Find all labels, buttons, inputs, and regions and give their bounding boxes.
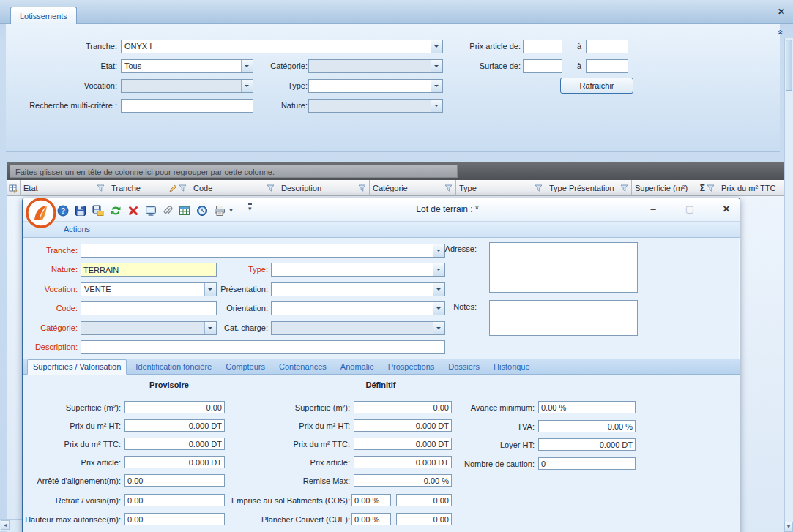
column-header-tranche[interactable]: Tranche [108, 180, 190, 196]
field-label: Prix du m² TTC: [198, 440, 350, 449]
nature-filter-combo[interactable] [308, 99, 443, 113]
type-filter-combo[interactable] [308, 79, 443, 93]
attachment-icon[interactable] [161, 204, 174, 217]
column-header-code[interactable]: Code [190, 180, 278, 196]
row-indicator-header[interactable] [7, 180, 21, 196]
grid-column-headers: Etat Tranche Code Description Catégorie … [7, 180, 784, 196]
column-header-prix-m2-ttc[interactable]: Prix du m² TTC [718, 180, 784, 196]
tab-contenances[interactable]: Contenances [274, 360, 332, 374]
save-icon[interactable] [74, 204, 87, 217]
column-header-etat[interactable]: Etat [21, 180, 108, 196]
help-icon[interactable]: ? [56, 204, 70, 217]
filter-icon[interactable] [620, 184, 628, 192]
column-header-description[interactable]: Description [278, 180, 370, 196]
filter-panel: Tranche: ONYX I Etat: Tous Vocation: Rec… [6, 24, 780, 152]
column-header-categorie[interactable]: Catégorie [370, 180, 456, 196]
column-label: Description [281, 184, 358, 192]
dialog-tabstrip: Superficies / Valorisation Identificatio… [23, 359, 740, 375]
tab-prospections[interactable]: Prospections [383, 360, 440, 374]
surface-max-input[interactable] [586, 59, 628, 73]
column-header-superficie[interactable]: Superficie (m²) Σ [632, 180, 718, 196]
cuf-value-input[interactable] [396, 513, 452, 525]
history-icon[interactable] [196, 204, 209, 217]
screen-icon[interactable] [144, 204, 157, 217]
minimize-icon[interactable]: – [644, 202, 663, 217]
export-grid-icon[interactable] [178, 204, 191, 217]
tranche-filter-combo[interactable]: ONYX I [121, 40, 443, 53]
loyer-ht-input[interactable] [538, 438, 636, 451]
cuf-pct-input[interactable] [351, 513, 391, 525]
type-combo[interactable] [271, 263, 445, 277]
tranche-combo[interactable] [81, 244, 445, 258]
presentation-combo[interactable] [271, 282, 445, 296]
tva-input[interactable] [538, 420, 636, 432]
prix-article-min-input[interactable] [523, 40, 562, 53]
sum-icon[interactable]: Σ [700, 184, 705, 192]
tab-superficies-valorisation[interactable]: Superficies / Valorisation [27, 359, 127, 375]
actions-menu[interactable]: Actions [64, 225, 90, 233]
cat-charge-combo[interactable] [271, 321, 445, 335]
notes-textarea[interactable] [489, 300, 638, 336]
filter-icon[interactable] [97, 184, 105, 192]
toolbar-overflow-icon[interactable]: ▾ [248, 203, 252, 213]
field-label: Hauteur max autorisée(m): [23, 515, 121, 525]
column-header-type[interactable]: Type [456, 180, 546, 196]
tab-anomalie[interactable]: Anomalie [335, 360, 379, 374]
filter-icon[interactable] [267, 184, 275, 192]
tab-identification-fonciere[interactable]: Identification foncière [130, 360, 217, 374]
scroll-left-icon[interactable]: ◄ [1, 520, 10, 530]
scroll-down-icon[interactable]: ▼ [784, 522, 793, 532]
description-input[interactable] [81, 340, 445, 354]
collapse-panel-icon[interactable]: « [775, 26, 786, 38]
tab-compteurs[interactable]: Compteurs [220, 360, 270, 374]
print-icon[interactable] [213, 204, 226, 217]
chevron-down-icon [433, 322, 444, 334]
column-label: Type Présentation [549, 184, 620, 192]
avance-minimum-input[interactable] [538, 401, 636, 413]
print-dropdown-icon[interactable]: ▼ [228, 208, 234, 213]
vertical-scrollbar[interactable]: ▼ [784, 38, 793, 532]
recherche-input[interactable] [121, 99, 253, 113]
adresse-textarea[interactable] [489, 242, 638, 293]
chevron-down-icon [433, 263, 444, 276]
filter-icon[interactable] [707, 184, 715, 192]
scrollbar-thumb[interactable] [786, 40, 792, 91]
tab-lotissements[interactable]: Lotissements [10, 7, 77, 24]
group-by-hint[interactable]: Faites glisser un en-tête de colonne ici… [10, 165, 458, 178]
surface-min-input[interactable] [523, 59, 562, 73]
filter-icon[interactable] [179, 184, 187, 192]
type-label: Type: [191, 265, 268, 274]
prix-article-max-input[interactable] [586, 40, 628, 53]
maximize-icon[interactable]: ▢ [680, 202, 699, 217]
categorie-filter-label: Catégorie: [252, 61, 308, 71]
refresh-icon[interactable] [109, 204, 122, 217]
surface-a-label: à [574, 61, 584, 71]
column-label: Etat [23, 184, 97, 192]
categorie-filter-combo[interactable] [308, 59, 443, 73]
vocation-filter-combo[interactable] [121, 79, 253, 93]
orientation-combo[interactable] [271, 301, 445, 315]
tab-dossiers[interactable]: Dossiers [443, 360, 485, 374]
column-header-type-presentation[interactable]: Type Présentation [546, 180, 632, 196]
field-label: Prix article: [198, 458, 350, 468]
surface-label: Surface de: [454, 61, 521, 71]
horizontal-scrollbar[interactable]: ◄ [0, 519, 22, 531]
etat-filter-combo[interactable]: Tous [121, 59, 253, 73]
nombre-caution-input[interactable] [538, 457, 636, 470]
refresh-button[interactable]: Rafraichir [560, 78, 633, 94]
chevron-down-icon [431, 100, 442, 112]
save-close-icon[interactable] [92, 204, 105, 217]
cos-value-input[interactable] [396, 494, 452, 506]
dialog-close-icon[interactable]: ✕ [717, 202, 736, 217]
cos-pct-input[interactable] [351, 494, 391, 506]
tab-historique[interactable]: Historique [488, 360, 535, 374]
filter-icon[interactable] [535, 184, 543, 192]
delete-icon[interactable] [127, 204, 140, 217]
filter-icon[interactable] [444, 184, 453, 192]
close-icon[interactable]: ✕ [775, 6, 787, 18]
remise-max-input[interactable] [354, 474, 452, 487]
filter-icon[interactable] [358, 184, 366, 192]
field-label: Prix article: [23, 458, 121, 468]
valorisation-panel: Provisoire Définitif Superficie (m²): Pr… [23, 375, 740, 532]
group-by-panel: Faites glisser un en-tête de colonne ici… [7, 162, 784, 180]
